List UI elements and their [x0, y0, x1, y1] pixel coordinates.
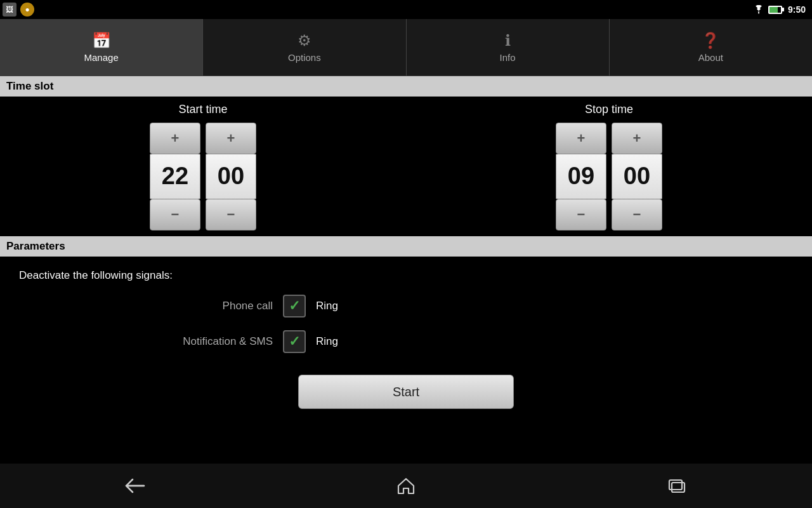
gallery-icon: 🖼 [3, 3, 16, 17]
manage-icon: 📅 [92, 32, 111, 50]
notification-sms-checkbox[interactable]: ✓ [283, 330, 306, 353]
start-hours-increment[interactable]: + [150, 123, 200, 154]
svg-point-0 [758, 12, 759, 13]
start-button[interactable]: Start [298, 375, 514, 409]
start-hours-value: 22 [150, 154, 200, 199]
stop-hours-spinner: + 09 − [556, 123, 606, 231]
stop-hours-decrement[interactable]: − [556, 199, 606, 231]
phone-call-checkmark: ✓ [289, 298, 300, 314]
notification-icons: 🖼 ● [3, 3, 34, 17]
start-button-container: Start [298, 375, 514, 409]
tab-options[interactable]: ⚙ Options [203, 19, 406, 76]
phone-call-ring-label: Ring [316, 300, 338, 312]
stop-time-label: Stop time [585, 103, 633, 116]
battery-icon [768, 6, 782, 14]
phone-call-checkbox[interactable]: ✓ [283, 295, 306, 318]
start-minutes-value: 00 [206, 154, 256, 199]
home-icon [396, 477, 416, 495]
recent-button[interactable] [652, 470, 702, 502]
parameters-header: Parameters [0, 236, 812, 257]
stop-minutes-spinner: + 00 − [612, 123, 662, 231]
tab-manage[interactable]: 📅 Manage [0, 19, 203, 76]
parameters-content: Deactivate the following signals: Phone … [0, 257, 812, 378]
tab-bar: 📅 Manage ⚙ Options ℹ Info ❓ About [0, 19, 812, 76]
nav-bar [0, 464, 812, 508]
start-time-label: Start time [178, 103, 227, 116]
start-minutes-spinner: + 00 − [206, 123, 256, 231]
recent-icon [667, 478, 687, 494]
tab-about[interactable]: ❓ About [610, 19, 812, 76]
stop-time-group: Stop time + 09 − + 00 − [556, 103, 662, 231]
phone-call-label: Phone call [146, 300, 273, 312]
home-button[interactable] [381, 470, 431, 502]
tab-options-label: Options [288, 52, 321, 63]
coin-icon: ● [20, 3, 34, 17]
start-time-spinners: + 22 − + 00 − [150, 123, 256, 231]
tab-info[interactable]: ℹ Info [407, 19, 610, 76]
notification-sms-checkmark: ✓ [289, 333, 300, 350]
wifi-icon [753, 5, 764, 14]
status-bar: 🖼 ● 9:50 [0, 0, 812, 19]
time-slot-content: Start time + 22 − + 00 − Stop time + 09 … [0, 97, 812, 236]
stop-minutes-increment[interactable]: + [612, 123, 662, 154]
tab-manage-label: Manage [84, 52, 119, 63]
clock: 9:50 [788, 4, 806, 15]
phone-call-row: Phone call ✓ Ring [19, 295, 793, 318]
start-minutes-decrement[interactable]: − [206, 199, 256, 231]
info-icon: ℹ [505, 32, 511, 50]
stop-minutes-value: 00 [612, 154, 662, 199]
start-hours-spinner: + 22 − [150, 123, 200, 231]
time-slot-header: Time slot [0, 76, 812, 97]
stop-hours-increment[interactable]: + [556, 123, 606, 154]
start-time-group: Start time + 22 − + 00 − [150, 103, 256, 231]
options-icon: ⚙ [298, 32, 311, 50]
back-button[interactable] [110, 470, 160, 502]
notification-sms-row: Notification & SMS ✓ Ring [19, 330, 793, 353]
stop-hours-value: 09 [556, 154, 606, 199]
stop-time-spinners: + 09 − + 00 − [556, 123, 662, 231]
status-icons: 9:50 [753, 4, 806, 15]
back-icon [124, 478, 147, 494]
about-icon: ❓ [701, 32, 720, 50]
deactivate-label: Deactivate the following signals: [19, 269, 793, 282]
notification-sms-ring-label: Ring [316, 335, 338, 348]
stop-minutes-decrement[interactable]: − [612, 199, 662, 231]
tab-about-label: About [698, 52, 723, 63]
start-minutes-increment[interactable]: + [206, 123, 256, 154]
tab-info-label: Info [500, 52, 516, 63]
notification-sms-label: Notification & SMS [146, 335, 273, 348]
start-hours-decrement[interactable]: − [150, 199, 200, 231]
